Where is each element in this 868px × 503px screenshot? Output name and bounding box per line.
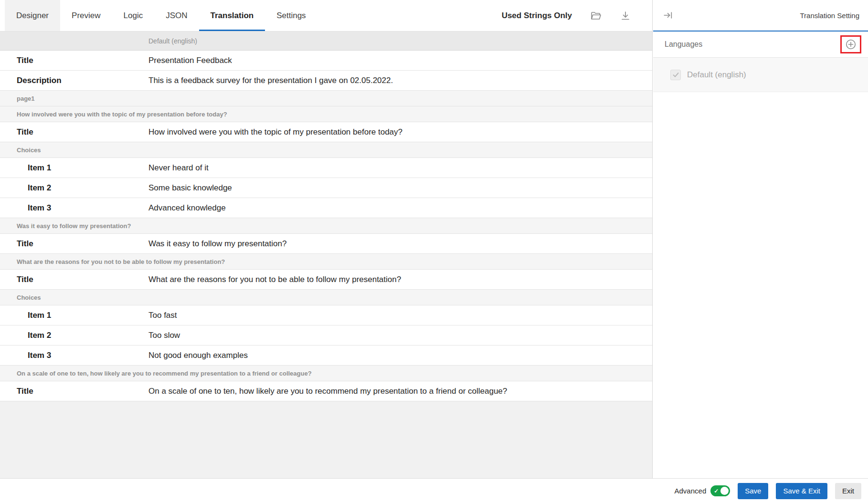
highlight-box bbox=[840, 35, 861, 53]
tab-json[interactable]: JSON bbox=[154, 0, 199, 31]
row-label: Title bbox=[0, 56, 148, 65]
table-header-default-language: Default (english) bbox=[148, 37, 197, 45]
translation-value[interactable]: Too slow bbox=[148, 331, 180, 340]
save-button[interactable]: Save bbox=[738, 483, 768, 499]
row-label: Description bbox=[0, 76, 148, 85]
group-header-row: Was it easy to follow my presentation? bbox=[0, 218, 652, 234]
tab-bar: DesignerPreviewLogicJSONTranslationSetti… bbox=[0, 0, 652, 31]
row-label: Item 1 bbox=[0, 311, 148, 320]
translation-row: TitleHow involved were you with the topi… bbox=[0, 122, 652, 142]
translation-table-body: TitlePresentation FeedbackDescriptionThi… bbox=[0, 51, 652, 401]
languages-label: Languages bbox=[665, 40, 702, 49]
row-label: Title bbox=[0, 387, 148, 396]
group-header-row: How involved were you with the topic of … bbox=[0, 106, 652, 122]
tab-preview[interactable]: Preview bbox=[60, 0, 112, 31]
translation-value[interactable]: Too fast bbox=[148, 311, 177, 320]
translation-row: Item 2Some basic knowledge bbox=[0, 178, 652, 198]
translation-row: Item 3Not good enough examples bbox=[0, 346, 652, 366]
row-label: Item 3 bbox=[0, 203, 148, 213]
tab-strip: DesignerPreviewLogicJSONTranslationSetti… bbox=[5, 0, 318, 31]
row-label: Title bbox=[0, 127, 148, 137]
translation-value[interactable]: Not good enough examples bbox=[148, 351, 248, 360]
translation-value[interactable]: Some basic knowledge bbox=[148, 183, 232, 193]
translation-value[interactable]: On a scale of one to ten, how likely are… bbox=[148, 387, 507, 396]
translation-row: TitlePresentation Feedback bbox=[0, 51, 652, 71]
group-header-row: On a scale of one to ten, how likely are… bbox=[0, 366, 652, 381]
folder-open-icon[interactable] bbox=[590, 10, 602, 21]
translation-row: TitleWhat are the reasons for you not to… bbox=[0, 270, 652, 290]
translation-settings-panel: Translation Setting Languages bbox=[653, 0, 868, 478]
side-panel-title: Translation Setting bbox=[800, 11, 859, 20]
group-header-row: What are the reasons for you not to be a… bbox=[0, 254, 652, 270]
collapse-panel-icon[interactable] bbox=[663, 10, 673, 21]
group-header-row: Choices bbox=[0, 290, 652, 305]
add-language-icon[interactable] bbox=[845, 38, 857, 51]
footer-action-bar: Advanced ✓ Save Save & Exit Exit bbox=[0, 478, 868, 503]
tab-designer[interactable]: Designer bbox=[5, 0, 60, 31]
translation-value[interactable]: Presentation Feedback bbox=[148, 56, 232, 65]
row-label: Title bbox=[0, 275, 148, 284]
default-language-label: Default (english) bbox=[687, 70, 746, 80]
advanced-label: Advanced bbox=[675, 487, 707, 495]
tab-settings[interactable]: Settings bbox=[265, 0, 317, 31]
translation-value[interactable]: Was it easy to follow my presentation? bbox=[148, 239, 286, 249]
translation-row: Item 3Advanced knowledge bbox=[0, 198, 652, 218]
side-panel-header: Translation Setting bbox=[653, 0, 868, 31]
exit-button[interactable]: Exit bbox=[835, 483, 861, 499]
row-label: Item 2 bbox=[0, 331, 148, 340]
default-language-checkbox[interactable] bbox=[670, 70, 681, 80]
translation-value[interactable]: What are the reasons for you not to be a… bbox=[148, 275, 401, 284]
tab-logic[interactable]: Logic bbox=[112, 0, 155, 31]
table-header-row: Default (english) bbox=[0, 31, 652, 51]
download-icon[interactable] bbox=[620, 10, 631, 21]
translation-main-area: DesignerPreviewLogicJSONTranslationSetti… bbox=[0, 0, 653, 478]
group-header-row: Choices bbox=[0, 142, 652, 158]
translation-row: TitleOn a scale of one to ten, how likel… bbox=[0, 381, 652, 401]
translation-row: TitleWas it easy to follow my presentati… bbox=[0, 234, 652, 254]
row-label: Item 3 bbox=[0, 351, 148, 360]
languages-section-header: Languages bbox=[653, 31, 868, 58]
default-language-row: Default (english) bbox=[653, 58, 868, 92]
advanced-toggle[interactable]: ✓ bbox=[710, 485, 730, 496]
row-label: Item 1 bbox=[0, 163, 148, 173]
toggle-check-icon: ✓ bbox=[714, 487, 719, 494]
save-and-exit-button[interactable]: Save & Exit bbox=[776, 483, 827, 499]
survey-creator-app: DesignerPreviewLogicJSONTranslationSetti… bbox=[0, 0, 868, 503]
translation-value[interactable]: Never heard of it bbox=[148, 163, 209, 173]
translation-value[interactable]: Advanced knowledge bbox=[148, 203, 226, 213]
translation-row: Item 2Too slow bbox=[0, 325, 652, 346]
translation-value[interactable]: How involved were you with the topic of … bbox=[148, 127, 402, 137]
tab-actions: Used Strings Only bbox=[502, 0, 652, 31]
used-strings-only-toggle[interactable]: Used Strings Only bbox=[502, 11, 572, 21]
checkbox-check-icon bbox=[672, 71, 679, 78]
row-label: Item 2 bbox=[0, 183, 148, 193]
tab-translation[interactable]: Translation bbox=[199, 0, 265, 31]
advanced-toggle-group: Advanced ✓ bbox=[675, 485, 730, 496]
toggle-knob bbox=[720, 487, 729, 495]
translation-row: Item 1Never heard of it bbox=[0, 158, 652, 178]
group-header-row: page1 bbox=[0, 91, 652, 106]
translation-row: Item 1Too fast bbox=[0, 305, 652, 325]
translation-row: DescriptionThis is a feedback survey for… bbox=[0, 71, 652, 91]
translation-value[interactable]: This is a feedback survey for the presen… bbox=[148, 76, 393, 85]
row-label: Title bbox=[0, 239, 148, 249]
